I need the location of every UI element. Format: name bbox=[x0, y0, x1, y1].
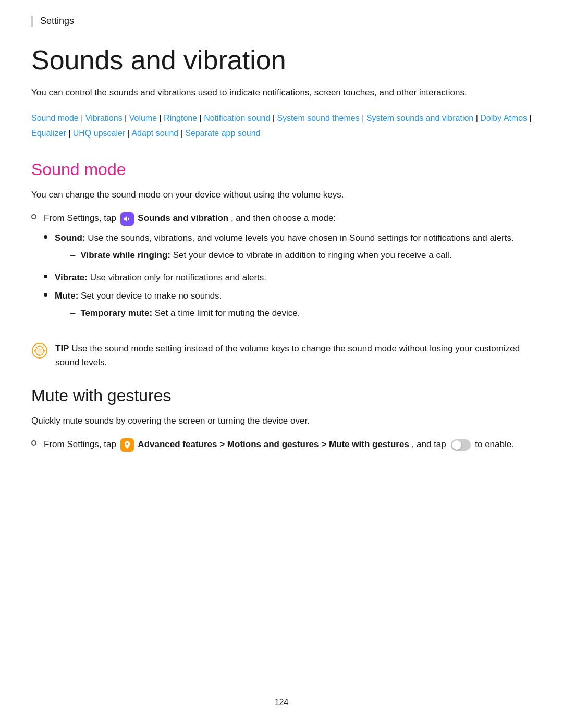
step-intro-text: From Settings, tap bbox=[44, 213, 116, 223]
nav-link-vibrations[interactable]: Vibrations bbox=[85, 114, 123, 122]
sound-mode-title: Sound mode bbox=[31, 160, 532, 179]
circle-bullet-icon bbox=[31, 214, 36, 219]
vibrate-ringing-label: Vibrate while ringing: bbox=[80, 250, 170, 260]
temp-mute-text: Set a time limit for muting the device. bbox=[155, 308, 300, 318]
mute-gestures-section: Mute with gestures Quickly mute sounds b… bbox=[31, 386, 532, 452]
tip-label: TIP bbox=[55, 343, 69, 353]
nav-link-system-sound-themes[interactable]: System sound themes bbox=[277, 114, 359, 122]
sounds-vibration-label: Sounds and vibration bbox=[138, 213, 228, 223]
tip-box: TIP Use the sound mode setting instead o… bbox=[31, 341, 532, 369]
vibrate-ringing-text: Set your device to vibrate in addition t… bbox=[173, 250, 452, 260]
vibrate-text: Use vibration only for notifications and… bbox=[90, 273, 266, 282]
dash-bullet-temp-mute: – bbox=[70, 306, 75, 320]
page-title: Sounds and vibration bbox=[31, 45, 532, 75]
vibrate-while-ringing-item: – Vibrate while ringing: Set your device… bbox=[55, 248, 514, 262]
tip-text: TIP Use the sound mode setting instead o… bbox=[55, 341, 532, 369]
mute-item-content: Mute: Set your device to make no sounds.… bbox=[55, 289, 300, 324]
nav-links: Sound mode | Vibrations | Volume | Ringt… bbox=[31, 111, 532, 141]
nav-link-ringtone[interactable]: Ringtone bbox=[164, 114, 197, 122]
nav-link-volume[interactable]: Volume bbox=[129, 114, 157, 122]
advanced-features-icon bbox=[120, 438, 134, 452]
breadcrumb-text: Settings bbox=[40, 16, 74, 26]
nav-link-dolby[interactable]: Dolby Atmos bbox=[480, 114, 527, 122]
tip-body: Use the sound mode setting instead of th… bbox=[55, 343, 520, 367]
nav-link-separate-app[interactable]: Separate app sound bbox=[185, 129, 260, 138]
step-suffix: , and then choose a mode: bbox=[231, 213, 336, 223]
gestures-suffix2: to enable. bbox=[475, 439, 514, 449]
tip-icon bbox=[31, 342, 48, 363]
svg-point-2 bbox=[37, 348, 42, 353]
sound-text: Use the sounds, vibrations, and volume l… bbox=[88, 233, 513, 243]
svg-line-8 bbox=[42, 353, 43, 354]
dot-bullet-mute bbox=[44, 293, 47, 297]
gestures-step-content: From Settings, tap Advanced features > M… bbox=[44, 437, 532, 452]
nav-link-adapt-sound[interactable]: Adapt sound bbox=[131, 129, 178, 138]
mute-gestures-description: Quickly mute sounds by covering the scre… bbox=[31, 414, 532, 428]
nav-link-sound-mode[interactable]: Sound mode bbox=[31, 114, 79, 122]
mute-label: Mute: bbox=[55, 291, 78, 301]
toggle-track bbox=[451, 439, 471, 451]
sound-mode-step: From Settings, tap Sounds and vibration … bbox=[31, 211, 532, 328]
sound-label: Sound: bbox=[55, 233, 85, 243]
vibrate-item: Vibrate: Use vibration only for notifica… bbox=[44, 270, 532, 285]
breadcrumb: Settings bbox=[31, 16, 532, 27]
sound-item: Sound: Use the sounds, vibrations, and v… bbox=[44, 231, 532, 266]
vibrate-ringing-content: Vibrate while ringing: Set your device t… bbox=[80, 248, 451, 262]
svg-line-9 bbox=[42, 348, 43, 349]
toggle-thumb bbox=[452, 440, 461, 450]
sounds-vibration-icon bbox=[120, 212, 134, 226]
temp-mute-content: Temporary mute: Set a time limit for mut… bbox=[80, 306, 300, 320]
page-wrapper: Settings Sounds and vibration You can co… bbox=[0, 0, 563, 728]
temp-mute-label: Temporary mute: bbox=[80, 308, 152, 318]
step-content: From Settings, tap Sounds and vibration … bbox=[44, 211, 532, 328]
mute-gestures-step: From Settings, tap Advanced features > M… bbox=[31, 437, 532, 452]
vibrate-item-content: Vibrate: Use vibration only for notifica… bbox=[55, 270, 266, 285]
nav-link-uhq[interactable]: UHQ upscaler bbox=[73, 129, 125, 138]
advanced-label: Advanced features > Motions and gestures… bbox=[138, 439, 409, 449]
vibrate-label: Vibrate: bbox=[55, 273, 88, 282]
svg-line-7 bbox=[36, 348, 38, 349]
mute-text: Set your device to make no sounds. bbox=[81, 291, 222, 301]
nav-link-equalizer[interactable]: Equalizer bbox=[31, 129, 66, 138]
sound-mode-description: You can change the sound mode on your de… bbox=[31, 188, 532, 202]
mute-gestures-title: Mute with gestures bbox=[31, 386, 532, 405]
circle-bullet-gestures bbox=[31, 440, 36, 446]
dot-bullet-vibrate bbox=[44, 275, 47, 278]
dot-bullet-sound bbox=[44, 235, 47, 239]
temporary-mute-item: – Temporary mute: Set a time limit for m… bbox=[55, 306, 300, 320]
nav-link-system-sounds[interactable]: System sounds and vibration bbox=[366, 114, 473, 122]
sound-mode-section: Sound mode You can change the sound mode… bbox=[31, 160, 532, 369]
svg-line-10 bbox=[36, 353, 38, 354]
sound-item-content: Sound: Use the sounds, vibrations, and v… bbox=[55, 231, 514, 266]
gestures-step-intro: From Settings, tap bbox=[44, 439, 116, 449]
nav-link-notification-sound[interactable]: Notification sound bbox=[204, 114, 270, 122]
mute-item: Mute: Set your device to make no sounds.… bbox=[44, 289, 532, 324]
dash-bullet-vibrate: – bbox=[70, 248, 75, 262]
toggle-switch[interactable] bbox=[451, 439, 471, 451]
page-description: You can control the sounds and vibration… bbox=[31, 85, 500, 100]
gestures-suffix: , and tap bbox=[412, 439, 446, 449]
page-number: 124 bbox=[0, 698, 563, 707]
